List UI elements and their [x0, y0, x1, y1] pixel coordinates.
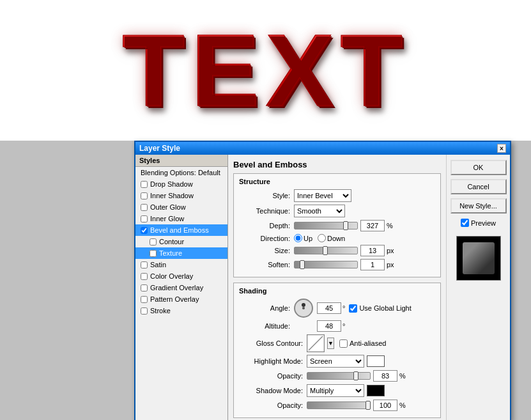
inner-glow-checkbox[interactable]: [141, 215, 148, 222]
highlight-opacity-slider[interactable]: [307, 372, 371, 380]
stroke-checkbox[interactable]: [141, 307, 148, 315]
highlight-mode-select[interactable]: Screen Normal Multiply: [307, 355, 364, 368]
sidebar-item-inner-glow[interactable]: Inner Glow: [135, 213, 227, 224]
altitude-row: Altitude: 48 °: [239, 320, 435, 332]
satin-checkbox[interactable]: [141, 261, 148, 268]
angle-input[interactable]: 45: [317, 302, 341, 314]
style-select[interactable]: Inner Bevel Outer Bevel Emboss: [294, 189, 351, 202]
inner-shadow-label: Inner Shadow: [150, 192, 194, 199]
global-light-label[interactable]: Use Global Light: [349, 304, 411, 313]
shading-section: Shading Angle: 45 ° Use Global Light: [233, 283, 441, 418]
size-input[interactable]: 13: [360, 245, 385, 256]
sidebar-item-color-overlay[interactable]: Color Overlay: [135, 270, 227, 282]
styles-header: Styles: [135, 155, 227, 167]
anti-aliased-checkbox[interactable]: [339, 339, 348, 348]
angle-label: Angle:: [239, 304, 290, 312]
shadow-mode-select[interactable]: Multiply Normal Screen: [307, 384, 364, 397]
preview-row: Preview: [461, 219, 496, 227]
sidebar-item-drop-shadow[interactable]: Drop Shadow: [135, 178, 227, 190]
sidebar-item-pattern-overlay[interactable]: Pattern Overlay: [135, 293, 227, 305]
pattern-overlay-checkbox[interactable]: [141, 296, 148, 303]
section-title: Bevel and Emboss: [233, 160, 441, 169]
highlight-mode-row: Highlight Mode: Screen Normal Multiply: [239, 355, 435, 368]
size-label: Size:: [239, 247, 290, 254]
global-light-checkbox[interactable]: [349, 304, 357, 313]
gloss-contour-row: Gloss Contour: ▼ Anti-aliased: [239, 334, 435, 352]
shadow-opacity-slider[interactable]: [307, 401, 371, 409]
drop-shadow-checkbox[interactable]: [141, 181, 148, 188]
satin-label: Satin: [150, 261, 166, 268]
dialog-close-button[interactable]: ×: [497, 144, 506, 153]
sidebar-item-inner-shadow[interactable]: Inner Shadow: [135, 190, 227, 201]
sidebar-item-blending[interactable]: Blending Options: Default: [135, 167, 227, 178]
settings-panel: Bevel and Emboss Structure Style: Inner …: [228, 155, 446, 420]
outer-glow-label: Outer Glow: [150, 203, 186, 211]
inner-shadow-checkbox[interactable]: [141, 192, 148, 199]
contour-checkbox[interactable]: [150, 238, 157, 245]
structure-title: Structure: [239, 178, 435, 185]
canvas-text: TEXT: [122, 12, 409, 129]
highlight-opacity-percent: %: [399, 372, 406, 380]
soften-slider[interactable]: [294, 261, 358, 268]
sidebar-item-stroke[interactable]: Stroke: [135, 305, 227, 316]
color-overlay-label: Color Overlay: [150, 272, 193, 280]
sidebar-item-outer-glow[interactable]: Outer Glow: [135, 201, 227, 213]
soften-input[interactable]: 1: [360, 259, 385, 270]
shadow-color-swatch[interactable]: [367, 385, 385, 396]
size-slider[interactable]: [294, 247, 358, 254]
contour-svg: [307, 335, 324, 352]
ok-button[interactable]: OK: [450, 160, 507, 175]
direction-down-label[interactable]: Down: [318, 234, 345, 242]
sidebar-item-gradient-overlay[interactable]: Gradient Overlay: [135, 282, 227, 293]
preview-label: Preview: [471, 219, 496, 227]
buttons-panel: OK Cancel New Style... Preview: [446, 155, 510, 420]
direction-radio-group: Up Down: [294, 234, 345, 242]
new-style-button[interactable]: New Style...: [450, 198, 507, 214]
gradient-overlay-label: Gradient Overlay: [150, 284, 203, 292]
technique-select[interactable]: Smooth Chisel Hard: [294, 205, 345, 217]
direction-down-radio[interactable]: [318, 234, 326, 242]
altitude-degree: °: [342, 322, 345, 330]
shadow-opacity-label: Opacity:: [239, 401, 303, 409]
depth-slider[interactable]: [294, 222, 358, 229]
depth-input[interactable]: 327: [360, 220, 385, 231]
gloss-contour-label: Gloss Contour:: [239, 339, 303, 347]
anti-aliased-label[interactable]: Anti-aliased: [339, 339, 386, 348]
sidebar-item-satin[interactable]: Satin: [135, 259, 227, 270]
direction-up-label[interactable]: Up: [294, 234, 312, 242]
dialog-titlebar: Layer Style ×: [135, 142, 510, 155]
global-light-text: Use Global Light: [359, 304, 411, 312]
preview-box: [456, 236, 501, 281]
altitude-input[interactable]: 48: [317, 320, 341, 332]
texture-checkbox[interactable]: [150, 250, 157, 257]
altitude-label: Altitude:: [239, 322, 290, 330]
color-overlay-checkbox[interactable]: [141, 273, 148, 280]
shadow-opacity-input[interactable]: 100: [373, 400, 397, 411]
contour-label: Contour: [159, 238, 184, 245]
direction-label: Direction:: [239, 235, 290, 242]
highlight-color-swatch[interactable]: [367, 355, 385, 367]
angle-widget[interactable]: [294, 299, 313, 318]
preview-inner: [463, 242, 495, 274]
sidebar-item-contour[interactable]: Contour: [135, 236, 227, 247]
canvas-area: TEXT: [0, 0, 531, 141]
preview-checkbox[interactable]: [461, 219, 469, 227]
highlight-opacity-label: Opacity:: [239, 372, 303, 380]
gloss-contour-preview[interactable]: [307, 334, 325, 352]
drop-shadow-label: Drop Shadow: [150, 180, 193, 188]
bevel-emboss-checkbox[interactable]: [141, 227, 148, 234]
shadow-opacity-row: Opacity: 100 %: [239, 400, 435, 411]
highlight-opacity-input[interactable]: 83: [373, 370, 397, 382]
dialog-title: Layer Style: [139, 144, 180, 153]
sidebar-item-bevel-emboss[interactable]: Bevel and Emboss: [135, 224, 227, 236]
gradient-overlay-checkbox[interactable]: [141, 284, 148, 292]
direction-up-radio[interactable]: [294, 234, 302, 242]
shadow-opacity-percent: %: [399, 401, 406, 409]
sidebar-item-texture[interactable]: Texture: [135, 247, 227, 259]
outer-glow-checkbox[interactable]: [141, 204, 148, 211]
technique-row: Technique: Smooth Chisel Hard: [239, 205, 435, 217]
depth-percent: %: [387, 222, 393, 229]
cancel-button[interactable]: Cancel: [450, 179, 507, 194]
dialog-body: Styles Blending Options: Default Drop Sh…: [135, 155, 510, 420]
contour-dropdown-button[interactable]: ▼: [327, 338, 334, 349]
